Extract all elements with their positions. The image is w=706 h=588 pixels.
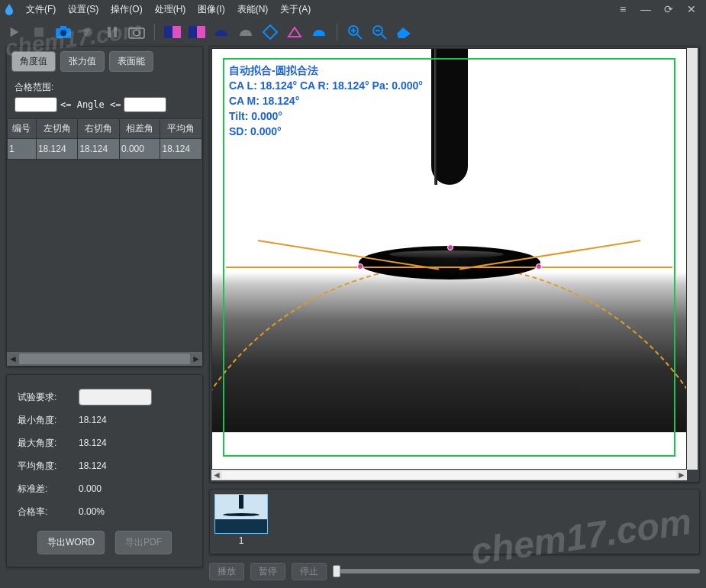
menu-operate[interactable]: 操作(O)	[111, 3, 142, 16]
tab-energy[interactable]: 表面能	[109, 51, 153, 72]
maximize-icon[interactable]: ⟳	[662, 3, 675, 15]
play-icon[interactable]	[6, 24, 23, 40]
img-scroll-left-icon[interactable]: ◄	[211, 470, 222, 480]
sd-label: 标准差:	[18, 483, 79, 496]
half-drop-icon[interactable]	[213, 24, 230, 40]
svg-point-2	[60, 30, 66, 36]
range-max-input[interactable]	[124, 97, 166, 112]
thumbnail-1-label: 1	[214, 534, 268, 546]
menu-settings[interactable]: 设置(S)	[68, 3, 98, 16]
table-row: 1 18.124 18.124 0.000 18.124	[8, 139, 202, 160]
pass-label: 合格率:	[18, 506, 79, 519]
tab-tension[interactable]: 张力值	[60, 51, 105, 72]
range-min-input[interactable]	[15, 97, 57, 112]
close-icon[interactable]: ✕	[685, 3, 698, 15]
svg-rect-10	[172, 26, 181, 38]
svg-line-14	[357, 34, 362, 39]
svg-rect-5	[108, 27, 111, 37]
eraser-icon[interactable]	[395, 24, 412, 40]
fit-pink-icon[interactable]	[164, 24, 181, 40]
play-button[interactable]: 播放	[209, 563, 244, 580]
th-idx: 编号	[8, 119, 37, 139]
menu-performance[interactable]: 表能(N)	[237, 3, 269, 16]
min-value: 18.124	[79, 415, 140, 425]
image-vscroll[interactable]	[687, 48, 698, 470]
range-mid-text: <= Angle <=	[60, 99, 121, 110]
table-hscroll[interactable]: ◄ ►	[7, 352, 202, 366]
menu-image[interactable]: 图像(I)	[198, 3, 224, 16]
timeline-slider[interactable]	[333, 569, 700, 573]
svg-line-18	[382, 34, 386, 39]
scroll-left-icon[interactable]: ◄	[7, 354, 19, 364]
svg-point-8	[134, 30, 140, 36]
zoom-in-icon[interactable]	[347, 24, 363, 40]
capture-icon[interactable]	[128, 24, 145, 40]
min-overflow-icon[interactable]: ≡	[616, 3, 630, 15]
min-label: 最小角度:	[18, 414, 79, 427]
camera-icon[interactable]	[55, 24, 72, 40]
th-diff: 相差角	[119, 119, 160, 139]
svg-rect-6	[114, 27, 117, 37]
range-label: 合格范围:	[7, 76, 202, 95]
overlay-readout: 自动拟合-圆拟合法 CA L: 18.124° CA R: 18.124° Pa…	[229, 63, 423, 139]
sd-value: 0.000	[79, 483, 140, 494]
th-avg: 平均角	[160, 119, 202, 139]
stop-button[interactable]: 停止	[292, 563, 327, 580]
export-pdf-button[interactable]: 导出PDF	[115, 531, 172, 554]
image-hscroll[interactable]: ◄ ►	[211, 470, 698, 480]
triangle-icon[interactable]	[286, 24, 303, 40]
thumbnail-1[interactable]: 1	[214, 494, 268, 546]
fit-blue-icon[interactable]	[189, 24, 205, 40]
th-right: 右切角	[78, 119, 120, 139]
img-scroll-right-icon[interactable]: ►	[676, 470, 687, 480]
export-word-button[interactable]: 导出WORD	[37, 531, 105, 554]
pass-value: 0.00%	[79, 506, 140, 517]
th-left: 左切角	[36, 119, 78, 139]
req-label: 试验要求:	[18, 391, 79, 404]
record-icon[interactable]	[79, 24, 96, 40]
minimize-icon[interactable]: —	[639, 3, 653, 15]
avg-label: 平均角度:	[18, 460, 79, 473]
avg-value: 18.124	[79, 460, 140, 471]
stop-icon[interactable]	[31, 24, 47, 40]
menu-file[interactable]: 文件(F)	[26, 3, 56, 16]
half-blue2-icon[interactable]	[311, 24, 327, 40]
svg-point-4	[83, 27, 92, 37]
menu-about[interactable]: 关于(A)	[280, 3, 311, 16]
pause-button[interactable]: 暂停	[250, 563, 285, 580]
max-value: 18.124	[79, 438, 140, 448]
pause-icon[interactable]	[104, 24, 121, 40]
req-input[interactable]	[79, 389, 152, 405]
tab-angle[interactable]: 角度值	[11, 51, 56, 72]
drop-icon	[3, 3, 15, 15]
half-drop-gray-icon[interactable]	[237, 24, 254, 40]
svg-rect-0	[34, 27, 44, 37]
image-view[interactable]: 自动拟合-圆拟合法 CA L: 18.124° CA R: 18.124° Pa…	[211, 48, 687, 470]
diamond-icon[interactable]	[262, 24, 279, 40]
svg-rect-12	[189, 26, 197, 38]
max-label: 最大角度:	[18, 437, 79, 450]
zoom-out-icon[interactable]	[371, 24, 388, 40]
scroll-right-icon[interactable]: ►	[190, 354, 202, 364]
svg-rect-3	[60, 26, 66, 29]
menu-process[interactable]: 处理(H)	[155, 3, 186, 16]
